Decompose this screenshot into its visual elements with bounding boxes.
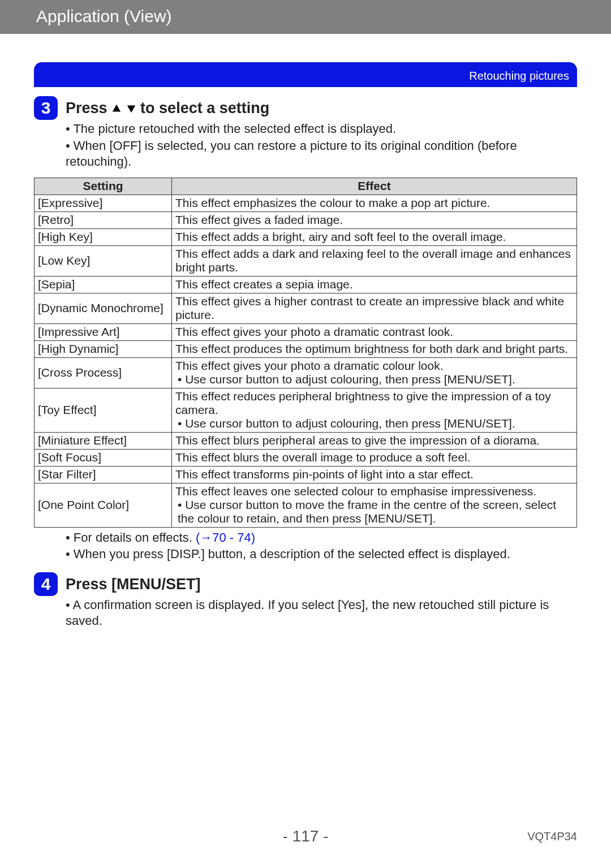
step3-bullet: When [OFF] is selected, you can restore … bbox=[66, 138, 577, 170]
page-footer: - 117 - VQT4P34 bbox=[0, 827, 611, 845]
effect-text: This effect adds a dark and relaxing fee… bbox=[175, 247, 571, 274]
svg-marker-0 bbox=[113, 105, 121, 112]
effect-cell: This effect adds a bright, airy and soft… bbox=[172, 229, 577, 246]
effect-text: This effect gives a higher contrast to c… bbox=[175, 295, 564, 321]
manual-page: { "header": { "title": "Application (Vie… bbox=[0, 0, 611, 868]
setting-cell: [One Point Color] bbox=[35, 483, 172, 528]
setting-cell: [Sepia] bbox=[35, 277, 172, 293]
step-title: Press to select a setting bbox=[66, 96, 269, 120]
page-number: - 117 - bbox=[0, 827, 611, 845]
step-number-badge: 3 bbox=[34, 96, 58, 120]
step-title-suffix: to select a setting bbox=[140, 100, 269, 116]
step-body: A confirmation screen is displayed. If y… bbox=[66, 597, 577, 629]
setting-cell: [Expressive] bbox=[35, 195, 172, 212]
section-title: Application (View) bbox=[36, 7, 172, 25]
table-row: [Cross Process]This effect gives your ph… bbox=[35, 358, 577, 388]
step-head: 4 Press [MENU/SET] bbox=[34, 572, 577, 596]
table-row: [Dynamic Monochrome]This effect gives a … bbox=[35, 293, 577, 324]
effect-cell: This effect gives a faded image. bbox=[172, 212, 577, 229]
effect-text: This effect leaves one selected colour t… bbox=[175, 485, 536, 498]
effect-cell: This effect blurs the overall image to p… bbox=[172, 450, 577, 467]
effects-table: Setting Effect [Expressive]This effect e… bbox=[34, 178, 577, 528]
effect-text: This effect gives your photo a dramatic … bbox=[175, 359, 444, 372]
effect-sub-bullet: Use cursor button to move the frame in t… bbox=[178, 498, 573, 525]
step4-bullet: A confirmation screen is displayed. If y… bbox=[66, 597, 577, 629]
step-head: 3 Press to select a setting bbox=[34, 96, 577, 120]
table-row: [Retro]This effect gives a faded image. bbox=[35, 212, 577, 229]
setting-cell: [High Key] bbox=[35, 229, 172, 246]
effect-text: This effect blurs peripheral areas to gi… bbox=[175, 434, 540, 447]
col-setting-header: Setting bbox=[35, 178, 172, 195]
col-effect-header: Effect bbox=[172, 178, 577, 195]
table-row: [Expressive]This effect emphasizes the c… bbox=[35, 195, 577, 212]
table-row: [High Key]This effect adds a bright, air… bbox=[35, 229, 577, 246]
setting-cell: [Toy Effect] bbox=[35, 388, 172, 433]
step3-bullet: The picture retouched with the selected … bbox=[66, 121, 577, 137]
after-table-notes: For details on effects. (→70 - 74) When … bbox=[66, 530, 577, 562]
setting-cell: [Star Filter] bbox=[35, 467, 172, 483]
setting-cell: [Cross Process] bbox=[35, 358, 172, 388]
effect-cell: This effect gives your photo a dramatic … bbox=[172, 358, 577, 388]
step-3: 3 Press to select a setting The picture … bbox=[34, 87, 577, 170]
effect-cell: This effect gives a higher contrast to c… bbox=[172, 293, 577, 324]
breadcrumb: Retouching pictures bbox=[469, 70, 569, 83]
setting-cell: [Retro] bbox=[35, 212, 172, 229]
table-row: [One Point Color]This effect leaves one … bbox=[35, 483, 577, 528]
step-4: 4 Press [MENU/SET] A confirmation screen… bbox=[34, 562, 577, 629]
table-row: [Toy Effect]This effect reduces peripher… bbox=[35, 388, 577, 433]
table-row: [Sepia]This effect creates a sepia image… bbox=[35, 277, 577, 293]
effect-text: This effect transforms pin-points of lig… bbox=[175, 468, 474, 481]
banner: Retouching pictures bbox=[34, 62, 577, 87]
table-row: [Soft Focus]This effect blurs the overal… bbox=[35, 450, 577, 467]
effect-text: This effect produces the optimum brightn… bbox=[175, 342, 568, 355]
table-header-row: Setting Effect bbox=[35, 178, 577, 195]
section-header: Application (View) bbox=[0, 0, 611, 34]
effect-text: This effect emphasizes the colour to mak… bbox=[175, 196, 490, 209]
page-reference-link[interactable]: (→70 - 74) bbox=[196, 530, 255, 545]
effect-text: This effect reduces peripheral brightnes… bbox=[175, 390, 551, 416]
effect-cell: This effect produces the optimum brightn… bbox=[172, 341, 577, 358]
effect-text: This effect gives a faded image. bbox=[175, 213, 343, 226]
step-title-prefix: Press bbox=[66, 100, 111, 116]
effect-text: This effect gives your photo a dramatic … bbox=[175, 325, 453, 338]
effect-sub-bullet: Use cursor button to adjust colouring, t… bbox=[178, 373, 573, 386]
setting-cell: [High Dynamic] bbox=[35, 341, 172, 358]
step-body: The picture retouched with the selected … bbox=[66, 121, 577, 170]
effect-cell: This effect emphasizes the colour to mak… bbox=[172, 195, 577, 212]
effect-text: This effect blurs the overall image to p… bbox=[175, 451, 470, 464]
setting-cell: [Miniature Effect] bbox=[35, 433, 172, 450]
setting-cell: [Low Key] bbox=[35, 246, 172, 277]
table-row: [Star Filter]This effect transforms pin-… bbox=[35, 467, 577, 483]
effect-cell: This effect leaves one selected colour t… bbox=[172, 483, 577, 528]
document-code: VQT4P34 bbox=[527, 830, 577, 843]
note-line: For details on effects. (→70 - 74) bbox=[66, 530, 577, 546]
svg-marker-1 bbox=[127, 106, 135, 113]
note-text: For details on effects. bbox=[74, 530, 196, 545]
setting-cell: [Soft Focus] bbox=[35, 450, 172, 467]
effect-cell: This effect creates a sepia image. bbox=[172, 277, 577, 293]
table-row: [Low Key]This effect adds a dark and rel… bbox=[35, 246, 577, 277]
table-row: [Miniature Effect]This effect blurs peri… bbox=[35, 433, 577, 450]
effect-cell: This effect adds a dark and relaxing fee… bbox=[172, 246, 577, 277]
effect-cell: This effect gives your photo a dramatic … bbox=[172, 324, 577, 341]
effect-cell: This effect blurs peripheral areas to gi… bbox=[172, 433, 577, 450]
setting-cell: [Impressive Art] bbox=[35, 324, 172, 341]
effect-text: This effect creates a sepia image. bbox=[175, 278, 353, 291]
table-row: [Impressive Art]This effect gives your p… bbox=[35, 324, 577, 341]
arrow-up-icon bbox=[111, 97, 122, 120]
note-line: When you press [DISP.] button, a descrip… bbox=[66, 546, 577, 562]
effect-cell: This effect reduces peripheral brightnes… bbox=[172, 388, 577, 433]
table-row: [High Dynamic]This effect produces the o… bbox=[35, 341, 577, 358]
arrow-down-icon bbox=[126, 97, 136, 120]
effect-text: This effect adds a bright, airy and soft… bbox=[175, 230, 506, 243]
setting-cell: [Dynamic Monochrome] bbox=[35, 293, 172, 324]
step-number-badge: 4 bbox=[34, 572, 58, 596]
step-title: Press [MENU/SET] bbox=[66, 572, 201, 596]
effect-cell: This effect transforms pin-points of lig… bbox=[172, 467, 577, 483]
effect-sub-bullet: Use cursor button to adjust colouring, t… bbox=[178, 417, 573, 430]
